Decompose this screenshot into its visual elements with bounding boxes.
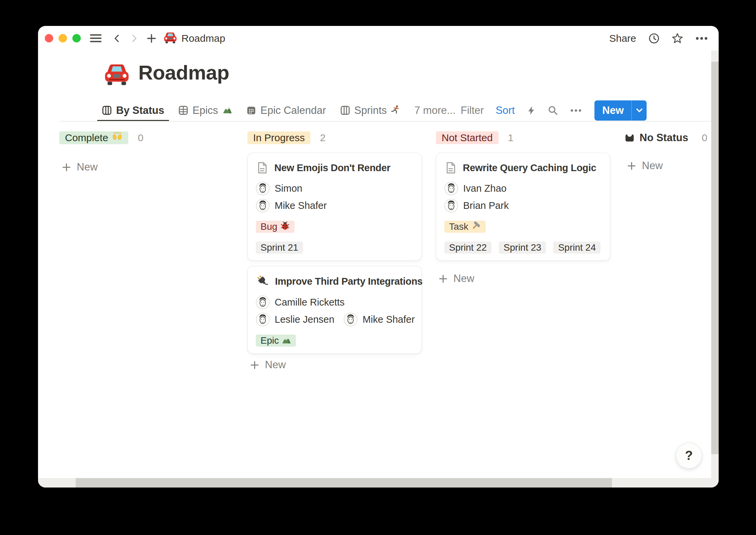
runner-emoji-icon bbox=[391, 104, 400, 117]
help-button[interactable]: ? bbox=[676, 443, 702, 469]
raised-hands-emoji-icon bbox=[112, 132, 123, 144]
view-tabs: By Status Epics Epic Calendar Sprints 7 … bbox=[102, 99, 455, 122]
tab-label: Sprints bbox=[354, 104, 387, 117]
back-button[interactable] bbox=[113, 34, 122, 43]
person: Mike Shafer bbox=[344, 313, 415, 326]
history-clock-icon[interactable] bbox=[648, 33, 660, 44]
new-tab-button[interactable] bbox=[146, 33, 157, 43]
sort-button[interactable]: Sort bbox=[495, 104, 515, 117]
person-name: Camille Ricketts bbox=[275, 297, 345, 308]
status-pill-complete[interactable]: Complete bbox=[59, 131, 128, 144]
add-card-button[interactable]: New bbox=[250, 358, 422, 372]
zoom-window-button[interactable] bbox=[72, 34, 81, 42]
sprint-pill: Sprint 22 bbox=[444, 242, 491, 254]
card-title[interactable]: Rewrite Query Caching Logic bbox=[463, 162, 596, 174]
status-label: No Status bbox=[640, 132, 688, 144]
avatar bbox=[256, 182, 270, 195]
tag-epic: Epic bbox=[256, 335, 296, 347]
tab-label: Epics bbox=[193, 104, 218, 117]
notion-window: Roadmap Share Roadmap bbox=[38, 26, 719, 487]
horizontal-scrollbar-track[interactable] bbox=[38, 478, 719, 487]
automations-bolt-icon[interactable] bbox=[526, 106, 536, 115]
person-row: Leslie Jensen Mike Shafer bbox=[256, 313, 413, 326]
breadcrumb-title: Roadmap bbox=[181, 33, 225, 44]
add-card-button[interactable]: New bbox=[62, 160, 234, 174]
more-options-icon[interactable] bbox=[695, 35, 708, 42]
sprint-pill: Sprint 21 bbox=[256, 242, 303, 254]
calendar-view-icon bbox=[246, 105, 256, 115]
page-car-emoji-icon[interactable] bbox=[103, 62, 130, 86]
sprint-row: Sprint 21 bbox=[256, 242, 413, 254]
column-count: 1 bbox=[508, 132, 514, 144]
sprint-row: Sprint 22 Sprint 23 Sprint 24 bbox=[444, 242, 602, 254]
add-card-button[interactable]: New bbox=[439, 272, 610, 285]
plug-emoji-icon bbox=[256, 275, 269, 288]
board-column-no-status: No Status 0 New bbox=[624, 131, 719, 172]
horizontal-scrollbar-thumb[interactable] bbox=[76, 478, 612, 487]
table-view-icon bbox=[178, 105, 188, 115]
hammer-emoji-icon bbox=[472, 221, 481, 233]
plus-icon bbox=[62, 163, 71, 172]
card-improve-third-party-integrations[interactable]: Improve Third Party Integrations Camille… bbox=[247, 266, 422, 354]
board-column-complete: Complete 0 New bbox=[59, 131, 234, 174]
avatar bbox=[256, 199, 270, 213]
filter-button[interactable]: Filter bbox=[461, 104, 484, 117]
mountain-emoji-icon bbox=[282, 335, 291, 346]
person-row: Mike Shafer bbox=[256, 199, 413, 213]
breadcrumb[interactable]: Roadmap bbox=[163, 31, 225, 45]
vertical-scrollbar-thumb[interactable] bbox=[711, 62, 719, 454]
board-view-icon bbox=[102, 105, 112, 115]
sprint-pill: Sprint 24 bbox=[553, 242, 600, 254]
minimize-window-button[interactable] bbox=[59, 34, 67, 42]
more-views-button[interactable]: 7 more... bbox=[414, 104, 455, 117]
tag-label: Bug bbox=[261, 221, 277, 232]
board-view-icon bbox=[340, 105, 350, 115]
inbox-icon bbox=[624, 133, 635, 143]
person-name: Brian Park bbox=[463, 200, 509, 211]
share-button[interactable]: Share bbox=[609, 33, 636, 44]
sidebar-menu-button[interactable] bbox=[90, 33, 102, 43]
avatar bbox=[256, 313, 270, 326]
status-pill-not-started[interactable]: Not Started bbox=[436, 131, 499, 144]
view-options-icon[interactable] bbox=[570, 107, 582, 114]
page-title[interactable]: Roadmap bbox=[138, 60, 229, 86]
person-row: Brian Park bbox=[444, 199, 602, 213]
avatar bbox=[344, 313, 357, 326]
add-card-label: New bbox=[453, 273, 474, 285]
tab-epics[interactable]: Epics bbox=[178, 99, 232, 122]
column-header: Complete 0 bbox=[59, 131, 234, 144]
add-card-label: New bbox=[642, 160, 663, 172]
column-count: 0 bbox=[702, 132, 708, 144]
desktop-background: Roadmap Share Roadmap bbox=[0, 0, 756, 535]
tag-row: Epic bbox=[256, 335, 413, 347]
mountain-emoji-icon bbox=[222, 104, 232, 117]
page-icon bbox=[256, 161, 269, 174]
tab-label: Epic Calendar bbox=[261, 104, 326, 117]
person-row: Ivan Zhao bbox=[444, 182, 602, 195]
new-button-chevron-down-icon[interactable] bbox=[632, 100, 647, 121]
tag-label: Task bbox=[449, 221, 469, 232]
column-header: In Progress 2 bbox=[247, 131, 422, 144]
forward-button[interactable] bbox=[130, 34, 138, 43]
avatar bbox=[444, 199, 458, 213]
avatar bbox=[256, 295, 270, 309]
new-button[interactable]: New bbox=[594, 100, 631, 121]
person-name: Mike Shafer bbox=[275, 200, 327, 211]
board-column-not-started: Not Started 1 Rewrite Query Caching Logi… bbox=[436, 131, 610, 285]
close-window-button[interactable] bbox=[45, 34, 53, 42]
no-status-header[interactable]: No Status bbox=[624, 132, 688, 144]
favorite-star-icon[interactable] bbox=[672, 33, 683, 44]
status-label: Complete bbox=[65, 132, 108, 144]
card-title[interactable]: New Emojis Don't Render bbox=[274, 162, 390, 174]
add-card-button[interactable]: New bbox=[627, 159, 719, 172]
tab-by-status[interactable]: By Status bbox=[102, 99, 164, 122]
search-icon[interactable] bbox=[548, 105, 558, 116]
tab-epic-calendar[interactable]: Epic Calendar bbox=[246, 99, 326, 122]
status-pill-in-progress[interactable]: In Progress bbox=[247, 131, 310, 144]
tab-sprints[interactable]: Sprints bbox=[340, 99, 400, 122]
vertical-scrollbar-track[interactable] bbox=[711, 51, 719, 478]
plus-icon bbox=[439, 274, 448, 283]
card-title[interactable]: Improve Third Party Integrations bbox=[275, 276, 422, 287]
card-rewrite-query-caching-logic[interactable]: Rewrite Query Caching Logic Ivan Zhao Br… bbox=[436, 153, 610, 261]
card-new-emojis-dont-render[interactable]: New Emojis Don't Render Simon Mike Shafe… bbox=[247, 153, 422, 261]
